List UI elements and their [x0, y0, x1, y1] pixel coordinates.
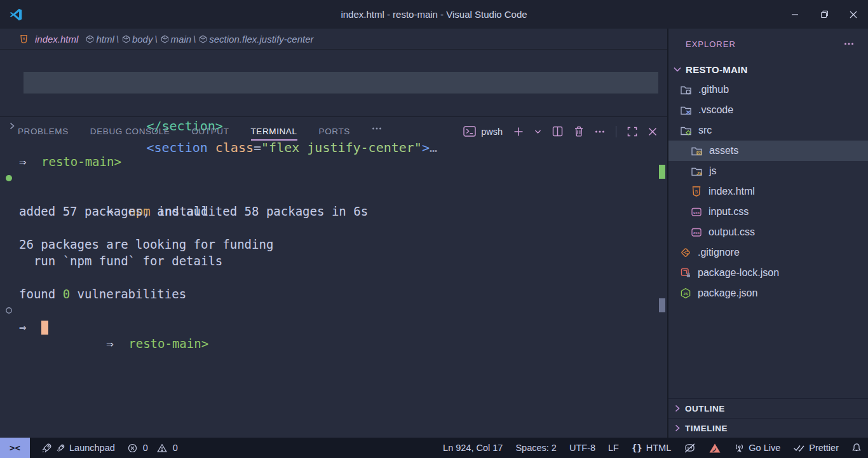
panel-header: PROBLEMS DEBUG CONSOLE OUTPUT TERMINAL P… [0, 117, 667, 146]
npm-lock-file-icon [680, 267, 691, 279]
svg-text:css: css [693, 211, 700, 214]
folder-vscode-icon [680, 104, 692, 116]
window-title: index.html - resto-main - Visual Studio … [0, 9, 868, 20]
timeline-section-header[interactable]: TIMELINE [668, 418, 868, 438]
bell-icon [851, 443, 862, 453]
tree-item-package-lock-json[interactable]: package-lock.json [668, 263, 868, 283]
chevron-right-icon [674, 424, 681, 433]
warning-triangle-icon [157, 443, 167, 453]
terminal-cursor [41, 321, 48, 335]
trash-icon [574, 126, 584, 137]
overview-ruler-mark-gray [659, 298, 665, 312]
css-file-icon: css [691, 226, 702, 238]
breadcrumb-file[interactable]: index.html [35, 34, 78, 45]
toolbar-separator [616, 126, 616, 137]
symbol-cube-icon [161, 35, 169, 43]
symbol-cube-icon [199, 35, 207, 43]
remote-indicator-button[interactable]: >< [0, 438, 30, 458]
terminal-vulnerabilities-line: found 0 vulnerabilities [0, 286, 667, 302]
tree-item-src-folder[interactable]: src [668, 120, 868, 141]
tab-output[interactable]: OUTPUT [191, 122, 229, 141]
tree-item-output-css[interactable]: css output.css [668, 222, 868, 242]
broadcast-tower-icon [734, 443, 745, 453]
split-terminal-button[interactable] [552, 126, 563, 137]
terminal-blank-line [0, 186, 667, 203]
svg-text:5: 5 [695, 189, 698, 195]
ellipsis-icon [844, 42, 854, 46]
copilot-disabled-button[interactable] [677, 438, 702, 458]
split-pane-icon [552, 126, 563, 137]
notifications-bell-button[interactable] [845, 438, 868, 458]
breadcrumb-segment-html[interactable]: html\ [86, 34, 119, 45]
code-editor[interactable]: <!-- Why us? --> <section class="flex ju… [0, 49, 667, 116]
chevron-down-icon [673, 66, 682, 73]
cursor-position-button[interactable]: Ln 924, Col 17 [437, 438, 509, 458]
mini-rocket-icon [56, 443, 65, 453]
indentation-button[interactable]: Spaces: 2 [509, 438, 563, 458]
title-bar: index.html - resto-main - Visual Studio … [0, 0, 868, 29]
brackets-icon: {} [632, 443, 642, 453]
close-panel-button[interactable] [648, 127, 657, 136]
node-file-icon: JS [680, 288, 691, 299]
outline-section-header[interactable]: OUTLINE [668, 398, 868, 418]
vscode-logo-icon [9, 8, 23, 22]
command-pending-decoration-icon[interactable] [5, 307, 13, 314]
encoding-button[interactable]: UTF-8 [563, 438, 602, 458]
terminal-output[interactable]: ⇒resto-main> ⇒npm install added 57 packa… [0, 146, 667, 438]
prettier-button[interactable]: Prettier [787, 438, 845, 458]
tree-item-assets-folder[interactable]: assets [668, 141, 868, 161]
tree-item-package-json[interactable]: JS package.json [668, 283, 868, 303]
terminal-funding-line: 26 packages are looking for funding [0, 236, 667, 253]
tree-item-gitignore[interactable]: .gitignore [668, 242, 868, 263]
maximize-icon [627, 127, 637, 137]
chevron-right-icon [674, 404, 681, 413]
tree-item-vscode-folder[interactable]: .vscode [668, 100, 868, 120]
terminal-instance-pwsh[interactable]: pwsh [463, 126, 503, 137]
panel-more-actions-button[interactable] [595, 130, 605, 134]
problems-status-button[interactable]: 0 0 [121, 438, 189, 458]
close-icon [648, 127, 657, 136]
language-mode-button[interactable]: {} HTML [625, 438, 677, 458]
restore-button[interactable] [810, 0, 839, 29]
terminal-profile-dropdown[interactable] [534, 129, 541, 134]
close-button[interactable] [839, 0, 868, 29]
tree-item-js-folder[interactable]: JS js [668, 161, 868, 181]
tab-problems[interactable]: PROBLEMS [18, 122, 69, 141]
svg-text:5: 5 [23, 36, 25, 41]
explorer-sidebar: EXPLORER RESTO-MAIN .github .vscode src [668, 29, 868, 438]
tree-item-github-folder[interactable]: .github [668, 80, 868, 100]
tab-ports[interactable]: PORTS [319, 122, 350, 141]
css-file-icon: css [691, 206, 702, 218]
folder-src-icon [680, 125, 692, 137]
terminal-added-line: added 57 packages, and audited 58 packag… [0, 203, 667, 219]
breadcrumb-segment-section[interactable]: section.flex.justify-center [199, 34, 313, 45]
explorer-more-actions-button[interactable] [844, 42, 854, 46]
panel-tabs-more-icon[interactable] [372, 122, 382, 141]
kill-terminal-button[interactable] [574, 126, 584, 137]
chevron-down-icon [534, 129, 541, 134]
breadcrumb-segment-body[interactable]: body\ [122, 34, 158, 45]
new-terminal-button[interactable] [513, 127, 524, 137]
minimize-button[interactable] [780, 0, 810, 29]
tab-terminal[interactable]: TERMINAL [251, 122, 297, 141]
explorer-title: EXPLORER [686, 39, 736, 49]
tree-item-index-html[interactable]: 5 index.html [668, 181, 868, 202]
terminal-prompt-line: ⇒resto-main> [0, 302, 667, 319]
terminal-funding-detail-line: run `npm fund` for details [0, 253, 667, 269]
tree-item-input-css[interactable]: css input.css [668, 202, 868, 222]
tree-root-resto-main[interactable]: RESTO-MAIN [668, 59, 868, 80]
code-line-section-open: <section class="flex justify-center">… [0, 72, 667, 94]
code-line-comment: <!-- Why us? --> [0, 50, 667, 72]
explorer-header: EXPLORER [668, 29, 868, 59]
tab-debug-console[interactable]: DEBUG CONSOLE [90, 122, 170, 141]
extension-triangle-button[interactable] [702, 438, 728, 458]
error-count: 0 [143, 443, 148, 453]
command-success-decoration-icon[interactable] [5, 174, 13, 182]
launchpad-button[interactable]: Launchpad [35, 438, 121, 458]
maximize-panel-button[interactable] [627, 127, 637, 137]
go-live-button[interactable]: Go Live [728, 438, 787, 458]
svg-text:css: css [693, 231, 700, 235]
breadcrumb-segment-main[interactable]: main\ [161, 34, 196, 45]
symbol-cube-icon [86, 35, 94, 43]
eol-button[interactable]: LF [602, 438, 625, 458]
